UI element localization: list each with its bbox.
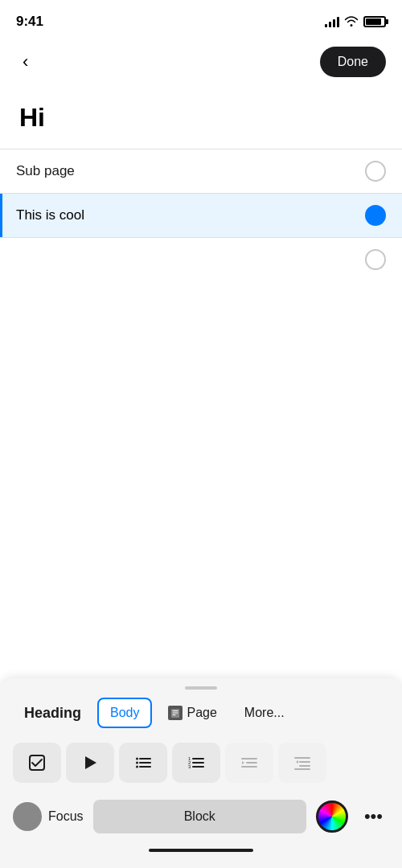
tab-more[interactable]: More... <box>233 699 296 727</box>
indent-icon <box>293 754 311 772</box>
focus-label: Focus <box>48 809 84 824</box>
align-button[interactable] <box>225 743 273 783</box>
back-button[interactable]: ‹ <box>16 48 35 76</box>
bullet-list-icon <box>134 754 152 772</box>
tab-heading[interactable]: Heading <box>13 698 92 728</box>
list-item-sub-page[interactable]: Sub page <box>0 149 402 193</box>
svg-rect-1 <box>173 710 178 711</box>
color-wheel-button[interactable] <box>316 800 348 833</box>
focus-button[interactable]: Focus <box>13 796 84 837</box>
panel-handle <box>0 678 402 693</box>
icon-row: 1 2 3 <box>0 738 402 792</box>
status-time: 9:41 <box>16 14 43 30</box>
tab-row: Heading Body Page More... <box>0 693 402 738</box>
svg-marker-21 <box>242 761 244 764</box>
tab-body[interactable]: Body <box>97 698 152 728</box>
nav-bar: ‹ Done <box>0 40 402 90</box>
this-is-cool-label: This is cool <box>16 207 84 223</box>
sub-page-radio[interactable] <box>365 161 386 182</box>
page-title: Hi <box>0 90 402 149</box>
action-row: Focus Block ••• <box>0 792 402 844</box>
play-button[interactable] <box>66 743 114 783</box>
play-icon <box>81 754 99 772</box>
signal-icon <box>325 16 339 27</box>
numbered-list-button[interactable]: 1 2 3 <box>172 743 220 783</box>
list-item-this-is-cool[interactable]: This is cool <box>0 194 402 237</box>
list-item-empty[interactable] <box>0 238 402 281</box>
this-is-cool-radio[interactable] <box>365 205 386 226</box>
checkbox-button[interactable] <box>13 743 61 783</box>
wifi-icon <box>344 15 359 29</box>
svg-rect-2 <box>173 712 178 713</box>
svg-point-8 <box>136 766 138 768</box>
align-icon <box>240 754 258 772</box>
numbered-list-icon: 1 2 3 <box>187 754 205 772</box>
home-bar <box>149 849 253 852</box>
more-options-button[interactable]: ••• <box>358 803 389 830</box>
done-button[interactable]: Done <box>320 47 386 77</box>
status-icons <box>325 15 386 29</box>
svg-point-7 <box>136 762 138 764</box>
battery-icon <box>363 16 386 27</box>
svg-rect-3 <box>173 714 176 715</box>
svg-point-6 <box>136 758 138 760</box>
home-indicator <box>0 844 402 855</box>
block-button[interactable]: Block <box>93 800 306 833</box>
svg-text:3: 3 <box>188 764 191 769</box>
status-bar: 9:41 <box>0 0 402 40</box>
tab-page[interactable]: Page <box>157 699 228 727</box>
svg-marker-5 <box>85 756 96 769</box>
bottom-panel: Heading Body Page More... <box>0 678 402 868</box>
handle-bar <box>185 686 217 690</box>
empty-radio[interactable] <box>365 249 386 270</box>
list-container: Sub page This is cool <box>0 149 402 281</box>
sub-page-label: Sub page <box>16 163 75 179</box>
indent-button[interactable] <box>278 743 326 783</box>
svg-marker-25 <box>296 760 298 764</box>
focus-avatar <box>13 802 42 831</box>
page-icon <box>168 706 183 720</box>
bullet-list-button[interactable] <box>119 743 167 783</box>
checkbox-icon <box>28 754 46 772</box>
